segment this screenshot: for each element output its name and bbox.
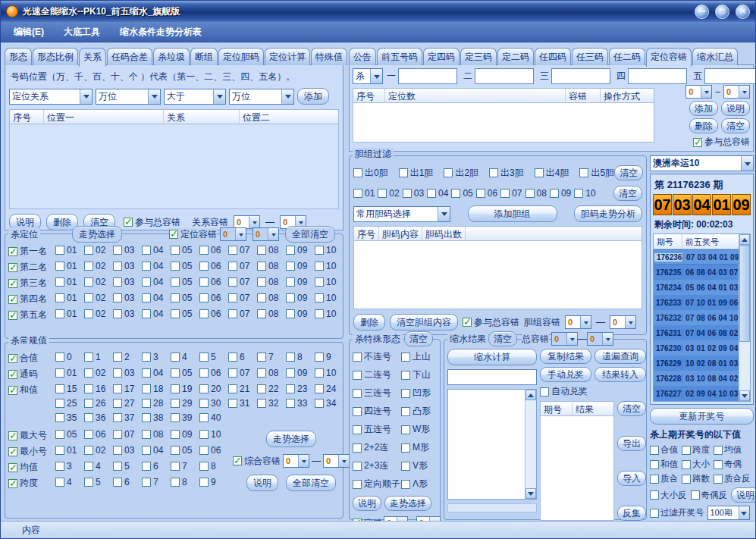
checkbox-05[interactable]: 05 xyxy=(171,368,199,378)
checkbox-01[interactable]: 01 xyxy=(353,188,375,199)
checkbox-4[interactable]: 4 xyxy=(84,461,113,472)
combined-tolerance-from-select[interactable]: 0 xyxy=(283,454,309,468)
checkbox-03[interactable]: 03 xyxy=(113,445,142,456)
checkbox-10[interactable]: 10 xyxy=(315,309,343,319)
common-dan-select[interactable]: 常用胆码选择 xyxy=(353,206,450,222)
checkbox-09[interactable]: 09 xyxy=(171,429,199,440)
checkbox-2[interactable]: 2 xyxy=(113,352,142,362)
special-clear-button[interactable]: 清空 xyxy=(404,331,433,346)
result-input[interactable] xyxy=(447,369,537,385)
checkbox-第四名[interactable]: 第四名 xyxy=(8,293,55,306)
checkbox-出0胆[interactable]: 出0胆 xyxy=(353,167,388,180)
checkbox-1[interactable]: 1 xyxy=(84,352,113,362)
checkbox-04[interactable]: 04 xyxy=(142,261,171,271)
checkbox-22[interactable]: 22 xyxy=(257,384,286,394)
checkbox-均值[interactable]: 均值 xyxy=(8,461,55,474)
checkbox-07[interactable]: 07 xyxy=(228,261,257,271)
dan-trend-button[interactable]: 胆码走势分析 xyxy=(574,205,642,222)
scroll-down-icon[interactable] xyxy=(739,390,750,401)
checkbox-出1胆[interactable]: 出1胆 xyxy=(399,167,434,180)
checkbox-7[interactable]: 7 xyxy=(142,477,171,487)
checkbox-07[interactable]: 07 xyxy=(228,368,257,378)
checkbox-定向顺子[interactable]: 定向顺子 xyxy=(353,478,401,490)
checkbox-07[interactable]: 07 xyxy=(113,429,142,440)
checkbox-02[interactable]: 02 xyxy=(84,309,113,319)
checkbox-路数[interactable]: 路数 xyxy=(682,473,710,484)
checkbox-03[interactable]: 03 xyxy=(113,309,142,319)
checkbox-04[interactable]: 04 xyxy=(142,368,171,378)
tab-关系[interactable]: 关系 xyxy=(79,48,106,67)
checkbox-三连号[interactable]: 三连号 xyxy=(353,387,401,400)
checkbox-17[interactable]: 17 xyxy=(113,384,142,394)
tab-形态[interactable]: 形态 xyxy=(5,48,32,65)
checkbox-09[interactable]: 09 xyxy=(286,245,315,255)
chevron-down-icon[interactable] xyxy=(701,86,711,98)
checkbox-15[interactable]: 15 xyxy=(55,384,84,394)
checkbox-07[interactable]: 07 xyxy=(500,188,522,199)
checkbox-跨度[interactable]: 跨度 xyxy=(682,444,710,456)
checkbox-04[interactable]: 04 xyxy=(142,309,171,319)
result-list-scrollbar[interactable] xyxy=(525,390,536,499)
history-row-176227[interactable]: 17622702 09 04 10 03 xyxy=(654,386,739,401)
tab-定四码[interactable]: 定四码 xyxy=(423,48,460,65)
tab-断组[interactable]: 断组 xyxy=(190,48,218,65)
checkbox-8[interactable]: 8 xyxy=(199,461,228,472)
checkbox-6[interactable]: 6 xyxy=(142,461,171,472)
copy-result-button[interactable]: 复制结果 xyxy=(540,349,591,364)
auto-check-checkbox[interactable]: 自动兑奖 xyxy=(540,385,646,398)
checkbox-09[interactable]: 09 xyxy=(286,293,315,303)
checkbox-通码[interactable]: 通码 xyxy=(8,368,55,381)
chevron-down-icon[interactable] xyxy=(625,316,635,328)
operator-select[interactable]: 大于 xyxy=(164,89,226,105)
checkbox-5[interactable]: 5 xyxy=(84,477,113,487)
history-row-176234[interactable]: 17623405 06 04 01 03 xyxy=(654,280,739,295)
position-tolerance-table-body[interactable] xyxy=(353,103,654,143)
checkbox-04[interactable]: 04 xyxy=(142,293,171,303)
checkbox-5[interactable]: 5 xyxy=(199,352,228,362)
special-help-button[interactable]: 说明 xyxy=(353,496,381,511)
checkbox-09[interactable]: 09 xyxy=(286,309,315,319)
chevron-down-icon[interactable] xyxy=(235,228,246,240)
result-list[interactable] xyxy=(447,389,537,500)
checkbox-09[interactable]: 09 xyxy=(286,368,315,378)
checkbox-05[interactable]: 05 xyxy=(171,445,199,456)
checkbox-19[interactable]: 19 xyxy=(171,384,199,394)
checkbox-大小反[interactable]: 大小反 xyxy=(650,490,687,501)
result-tolerance-to-select[interactable]: 0 xyxy=(587,332,613,346)
checkbox-10[interactable]: 10 xyxy=(315,368,343,378)
dan-clear-row1-button[interactable]: 清空 xyxy=(614,165,643,180)
checkbox-04[interactable]: 04 xyxy=(142,277,171,287)
checkbox-30[interactable]: 30 xyxy=(199,398,228,409)
position-input-四[interactable] xyxy=(628,68,687,84)
chevron-down-icon[interactable] xyxy=(148,89,160,104)
position-input-二[interactable] xyxy=(475,68,534,84)
checkbox-03[interactable]: 03 xyxy=(113,293,142,303)
checkbox-四连号[interactable]: 四连号 xyxy=(353,405,401,418)
tab-任二码[interactable]: 任二码 xyxy=(609,48,645,65)
result-tolerance-from-select[interactable]: 0 xyxy=(551,332,578,346)
history-row-176233[interactable]: 17623307 10 01 09 06 xyxy=(654,295,739,310)
checkbox-最小号[interactable]: 最小号 xyxy=(8,445,55,458)
checkbox-01[interactable]: 01 xyxy=(55,277,84,287)
maximize-button[interactable]: □ xyxy=(715,5,729,19)
checkbox-05[interactable]: 05 xyxy=(171,261,199,271)
update-draw-button[interactable]: 更新开奖号 xyxy=(650,408,754,425)
checkbox-01[interactable]: 01 xyxy=(55,368,84,378)
checkbox-08[interactable]: 08 xyxy=(257,293,286,303)
checkbox-7[interactable]: 7 xyxy=(171,461,199,472)
checkbox-09[interactable]: 09 xyxy=(286,277,315,287)
checkbox-27[interactable]: 27 xyxy=(113,398,142,409)
checkbox-大小[interactable]: 大小 xyxy=(682,459,710,470)
pt-tolerance-to-select[interactable]: 0 xyxy=(723,85,750,99)
button-导入[interactable]: 导入 xyxy=(617,471,646,486)
checkbox-06[interactable]: 06 xyxy=(199,309,228,319)
checkbox-3[interactable]: 3 xyxy=(55,461,84,472)
chevron-down-icon[interactable] xyxy=(281,89,293,104)
checkbox-07[interactable]: 07 xyxy=(228,277,257,287)
checkbox-06[interactable]: 06 xyxy=(199,368,228,378)
special-trend-button[interactable]: 走势选择 xyxy=(384,496,431,511)
relation-table-body[interactable] xyxy=(9,124,339,209)
chevron-down-icon[interactable] xyxy=(338,455,349,467)
checkbox-8[interactable]: 8 xyxy=(286,352,315,362)
checkbox-28[interactable]: 28 xyxy=(142,398,171,409)
